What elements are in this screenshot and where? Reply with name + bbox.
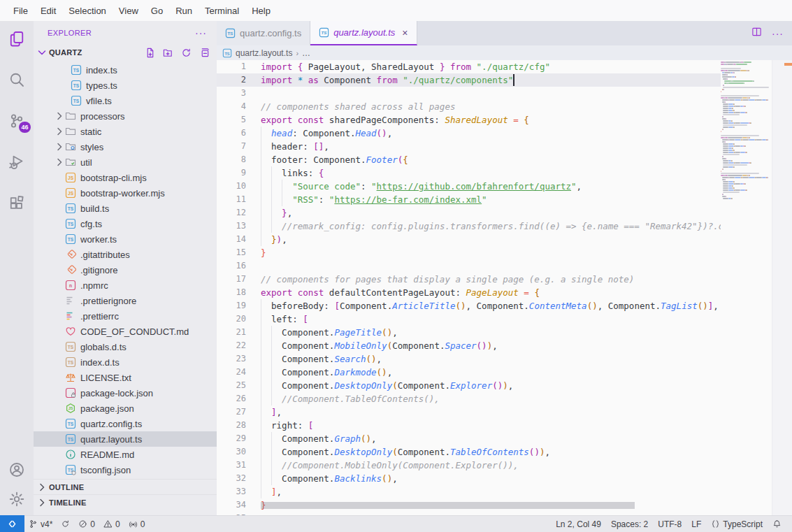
breadcrumb[interactable]: TS quartz.layout.ts › … (217, 45, 792, 60)
split-editor-icon[interactable] (751, 27, 762, 40)
tree-item-styles[interactable]: styles (34, 139, 217, 154)
tree-item-quartz-layout-ts[interactable]: TSquartz.layout.ts (34, 431, 217, 447)
code-line-29[interactable]: 29 Component.Graph(), (217, 432, 721, 445)
status-notifications[interactable] (768, 516, 786, 532)
tree-item-package-lock-json[interactable]: package-lock.json (34, 385, 217, 401)
explorer-icon[interactable] (8, 29, 26, 48)
code-line-17[interactable]: 17// components for pages that display a… (217, 273, 721, 286)
code-line-18[interactable]: 18export const defaultContentPageLayout:… (217, 286, 721, 299)
tree-item-processors[interactable]: processors (34, 108, 217, 124)
code-line-5[interactable]: 5export const sharedPageComponents: Shar… (217, 113, 721, 127)
search-icon[interactable] (8, 71, 26, 89)
code-line-33[interactable]: 33 ], (217, 485, 721, 498)
sidebar-more-actions-icon[interactable]: ··· (195, 27, 207, 38)
tree-item--gitignore[interactable]: .gitignore (34, 262, 217, 278)
extensions-icon[interactable] (8, 194, 26, 213)
tree-item-util[interactable]: util (34, 154, 217, 170)
code-line-23[interactable]: 23 Component.Search(), (217, 352, 721, 366)
code-line-20[interactable]: 20 left: [ (217, 312, 721, 326)
run-debug-icon[interactable] (8, 153, 26, 171)
code-line-15[interactable]: 15} (217, 246, 721, 259)
code-line-2[interactable]: 2import * as Component from "./quartz/co… (217, 73, 721, 87)
settings-icon[interactable] (8, 490, 26, 508)
accounts-icon[interactable] (8, 461, 26, 479)
tree-item-code-of-conduct-md[interactable]: CODE_OF_CONDUCT.md (34, 324, 217, 339)
menu-run[interactable]: Run (169, 3, 199, 19)
code-line-27[interactable]: 27 ], (217, 405, 721, 419)
code-line-30[interactable]: 30 Component.DesktopOnly(Component.Table… (217, 445, 721, 459)
code-line-11[interactable]: 11 "RSS": "https://be-far.com/index.xml" (217, 193, 721, 206)
menu-selection[interactable]: Selection (62, 3, 112, 19)
menu-edit[interactable]: Edit (34, 3, 62, 19)
close-tab-icon[interactable]: × (402, 27, 408, 38)
menu-file[interactable]: File (7, 3, 34, 19)
status-ports[interactable]: 0 (124, 516, 150, 532)
code-line-19[interactable]: 19 beforeBody: [Component.ArticleTitle()… (217, 299, 721, 312)
status-indentation[interactable]: Spaces: 2 (606, 516, 653, 532)
tree-item-readme-md[interactable]: README.md (34, 447, 217, 462)
tree-item-worker-ts[interactable]: TSworker.ts (34, 231, 217, 247)
menu-go[interactable]: Go (145, 3, 169, 19)
code-line-10[interactable]: 10 "Source code": "https://github.com/bf… (217, 180, 721, 193)
code-line-14[interactable]: 14 }), (217, 233, 721, 246)
code-area[interactable]: 1import { PageLayout, SharedLayout } fro… (217, 60, 721, 515)
status-language-mode[interactable]: TypeScript (706, 516, 768, 532)
tree-item-types-ts[interactable]: TStypes.ts (34, 78, 217, 93)
breadcrumb-more[interactable]: … (302, 48, 310, 58)
code-line-21[interactable]: 21 Component.PageTitle(), (217, 326, 721, 339)
status-cursor-position[interactable]: Ln 2, Col 49 (551, 516, 606, 532)
tree-item--gitattributes[interactable]: .gitattributes (34, 247, 217, 262)
horizontal-scrollbar[interactable] (261, 502, 635, 509)
code-line-25[interactable]: 25 Component.DesktopOnly(Component.Explo… (217, 379, 721, 392)
tree-item-tsconfig-json[interactable]: TStsconfig.json (34, 462, 217, 477)
source-control-icon[interactable]: 46 (8, 112, 26, 130)
code-line-8[interactable]: 8 footer: Component.Footer({ (217, 153, 721, 166)
status-warnings[interactable]: 0 (99, 516, 124, 532)
tab-quartz-config-ts[interactable]: TSquartz.config.ts (217, 21, 310, 45)
code-line-3[interactable]: 3 (217, 87, 721, 100)
tree-item-vfile-ts[interactable]: TSvfile.ts (34, 93, 217, 108)
new-file-icon[interactable] (145, 48, 155, 58)
tree-item--npmrc[interactable]: n.npmrc (34, 278, 217, 293)
menu-help[interactable]: Help (245, 3, 277, 19)
menu-terminal[interactable]: Terminal (199, 3, 245, 19)
new-folder-icon[interactable] (163, 48, 173, 58)
sidebar-panel-timeline[interactable]: TIMELINE (34, 494, 217, 510)
code-line-16[interactable]: 16 (217, 259, 721, 273)
code-line-31[interactable]: 31 //Component.MobileOnly(Component.Expl… (217, 459, 721, 472)
code-line-6[interactable]: 6 head: Component.Head(), (217, 127, 721, 140)
code-line-26[interactable]: 26 //Component.TableOfContents(), (217, 392, 721, 405)
code-line-7[interactable]: 7 header: [], (217, 140, 721, 153)
tree-item-index-d-ts[interactable]: TSindex.d.ts (34, 354, 217, 370)
code-line-9[interactable]: 9 links: { (217, 166, 721, 180)
status-branch[interactable]: v4* (24, 516, 57, 532)
tree-item--prettierignore[interactable]: .prettierignore (34, 293, 217, 308)
minimap[interactable] (721, 60, 772, 515)
code-line-32[interactable]: 32 Component.Backlinks(), (217, 472, 721, 485)
code-line-13[interactable]: 13 //remark_config: config.plugins.trans… (217, 220, 721, 233)
status-encoding[interactable]: UTF-8 (653, 516, 686, 532)
status-errors[interactable]: 0 (74, 516, 99, 532)
tree-item-license-txt[interactable]: LICENSE.txt (34, 370, 217, 385)
code-line-12[interactable]: 12 }, (217, 206, 721, 220)
collapse-folders-icon[interactable] (199, 48, 210, 58)
tree-item-build-ts[interactable]: TSbuild.ts (34, 201, 217, 216)
sidebar-panel-outline[interactable]: OUTLINE (34, 479, 217, 494)
tree-item-cfg-ts[interactable]: TScfg.ts (34, 216, 217, 231)
tree-item--prettierrc[interactable]: .prettierrc (34, 308, 217, 324)
refresh-explorer-icon[interactable] (181, 48, 192, 58)
code-line-22[interactable]: 22 Component.MobileOnly(Component.Spacer… (217, 339, 721, 352)
tree-item-index-ts[interactable]: TSindex.ts (34, 62, 217, 78)
sidebar-section-quartz[interactable]: QUARTZ (34, 44, 217, 61)
tab-quartz-layout-ts[interactable]: TSquartz.layout.ts× (310, 21, 417, 45)
status-sync[interactable] (57, 516, 74, 532)
status-eol[interactable]: LF (686, 516, 706, 532)
tree-item-package-json[interactable]: JSpackage.json (34, 401, 217, 416)
tree-item-bootstrap-worker-mjs[interactable]: JSbootstrap-worker.mjs (34, 185, 217, 201)
breadcrumb-file[interactable]: quartz.layout.ts (236, 48, 292, 58)
code-line-24[interactable]: 24 Component.Darkmode(), (217, 366, 721, 379)
tree-item-static[interactable]: static (34, 124, 217, 139)
menu-view[interactable]: View (113, 3, 145, 19)
tree-item-bootstrap-cli-mjs[interactable]: JSbootstrap-cli.mjs (34, 170, 217, 185)
tree-item-globals-d-ts[interactable]: TSglobals.d.ts (34, 339, 217, 354)
